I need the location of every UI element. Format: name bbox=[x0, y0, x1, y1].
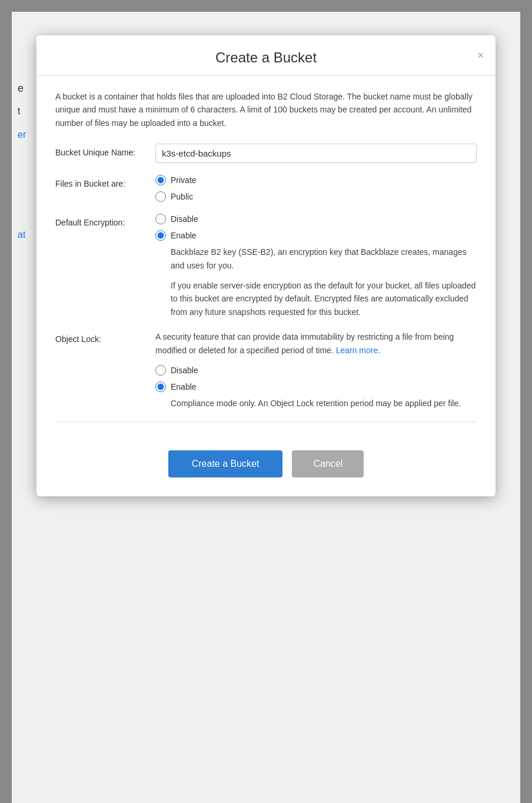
encryption-desc-2: If you enable server-side encryption as … bbox=[171, 279, 477, 318]
modal-body: A bucket is a container that holds files… bbox=[36, 76, 496, 450]
radio-option-lock-enable[interactable]: Enable bbox=[155, 381, 477, 392]
radio-lock-disable[interactable] bbox=[155, 365, 166, 376]
radio-option-public[interactable]: Public bbox=[155, 191, 477, 202]
create-bucket-button[interactable]: Create a Bucket bbox=[168, 450, 283, 477]
files-radio-group: Private Public bbox=[155, 175, 477, 202]
encryption-label: Default Encryption: bbox=[55, 214, 155, 227]
footer-divider bbox=[55, 422, 477, 422]
radio-public[interactable] bbox=[155, 191, 166, 202]
encryption-control: Disable Enable Backblaze B2 key (SSE-B2)… bbox=[155, 214, 477, 318]
object-lock-compliance-text: Compliance mode only. An Object Lock ret… bbox=[171, 397, 477, 410]
bg-text-blue1: er bbox=[18, 130, 26, 140]
object-lock-desc: A security feature that can provide data… bbox=[155, 330, 477, 357]
radio-enc-disable[interactable] bbox=[155, 214, 166, 224]
bucket-name-row: Bucket Unique Name: bbox=[55, 144, 477, 163]
bucket-name-control bbox=[155, 144, 477, 163]
learn-more-link[interactable]: Learn more. bbox=[336, 346, 380, 355]
files-in-bucket-row: Files in Bucket are: Private Public bbox=[55, 175, 477, 202]
radio-option-lock-disable[interactable]: Disable bbox=[155, 365, 477, 376]
radio-enc-disable-label: Disable bbox=[171, 214, 198, 224]
bg-text-blue2: at bbox=[18, 230, 25, 240]
modal-header: Create a Bucket × bbox=[36, 35, 496, 76]
files-in-bucket-control: Private Public bbox=[155, 175, 477, 202]
radio-option-enc-disable[interactable]: Disable bbox=[155, 214, 477, 224]
radio-option-private[interactable]: Private bbox=[155, 175, 477, 185]
radio-private-label: Private bbox=[171, 175, 197, 185]
radio-private[interactable] bbox=[155, 175, 166, 185]
create-bucket-modal: Create a Bucket × A bucket is a containe… bbox=[36, 35, 496, 496]
radio-option-enc-enable[interactable]: Enable bbox=[155, 230, 477, 241]
bg-text-e: e bbox=[18, 82, 24, 95]
radio-public-label: Public bbox=[171, 192, 193, 201]
files-in-bucket-label: Files in Bucket are: bbox=[55, 175, 155, 188]
modal-title: Create a Bucket bbox=[215, 49, 317, 66]
radio-enc-enable[interactable] bbox=[155, 230, 166, 241]
object-lock-control: A security feature that can provide data… bbox=[155, 330, 477, 410]
radio-lock-disable-label: Disable bbox=[171, 366, 198, 375]
encryption-row: Default Encryption: Disable Enable Backb… bbox=[55, 214, 477, 318]
encryption-radio-group: Disable Enable bbox=[155, 214, 477, 241]
cancel-button[interactable]: Cancel bbox=[292, 450, 364, 477]
bg-text-t: t bbox=[18, 106, 20, 117]
encryption-desc-1: Backblaze B2 key (SSE-B2), an encryption… bbox=[171, 245, 477, 272]
overlay: e t er at Create a Bucket × A bucket is … bbox=[12, 12, 520, 803]
radio-lock-enable[interactable] bbox=[155, 381, 166, 392]
object-lock-label: Object Lock: bbox=[55, 330, 155, 344]
modal-close-button[interactable]: × bbox=[477, 50, 484, 61]
radio-lock-enable-label: Enable bbox=[171, 382, 197, 391]
modal-footer: Create a Bucket Cancel bbox=[36, 450, 496, 496]
object-lock-radio-group: Disable Enable bbox=[155, 365, 477, 392]
bucket-name-label: Bucket Unique Name: bbox=[55, 144, 155, 157]
bucket-description: A bucket is a container that holds files… bbox=[55, 90, 477, 130]
bucket-name-input[interactable] bbox=[155, 144, 477, 163]
object-lock-row: Object Lock: A security feature that can… bbox=[55, 330, 477, 410]
radio-enc-enable-label: Enable bbox=[171, 231, 197, 240]
